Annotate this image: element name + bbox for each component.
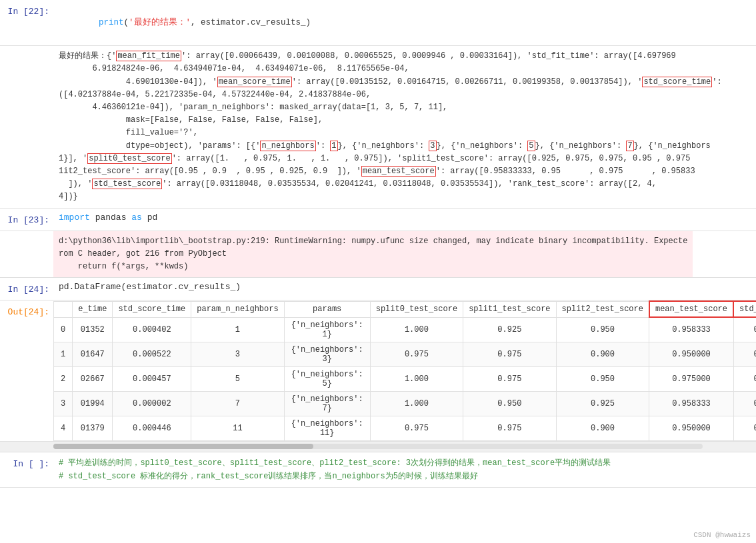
th-e-time: e_time (73, 301, 113, 317)
td-idx-0: 0 (54, 317, 73, 342)
th-std-score-time: std_score_time (113, 301, 191, 317)
out24-row: Out[24]: e_time std_score_time param_n_n… (0, 300, 756, 441)
dataframe-wrapper[interactable]: e_time std_score_time param_n_neighbors … (53, 300, 756, 441)
cell-22-label: In [22]: (0, 0, 53, 45)
code-pd-dataframe: pd.DataFrame(estimator.cv_results_) (59, 282, 241, 292)
td-params-2: {'n_neighbors':5} (284, 366, 370, 391)
td-stdtest-1: 0.035355 (733, 342, 756, 366)
td-stdtest-2: 0.020412 (733, 366, 756, 391)
code-text-23: import pandas as pd (59, 213, 751, 223)
td-mean-2: 0.975000 (649, 366, 733, 391)
td-split1-2: 0.975 (463, 366, 556, 391)
alias-pd: pd (147, 213, 158, 223)
th-std-test-score: std_test_score (733, 301, 756, 317)
td-param-4: 11 (191, 416, 284, 440)
table-row: 1 01647 0.000522 3 {'n_neighbors':3} 0.9… (54, 342, 757, 366)
warning-content: d:\python36\lib\importlib\_bootstrap.py:… (53, 231, 693, 278)
td-std-1: 0.000522 (113, 342, 191, 366)
td-std-3: 0.000002 (113, 391, 191, 416)
td-split0-0: 1.000 (370, 317, 463, 342)
td-param-3: 7 (191, 391, 284, 416)
td-idx-4: 4 (54, 416, 73, 440)
td-params-1: {'n_neighbors':3} (284, 342, 370, 366)
keyword-as: as (131, 213, 142, 223)
cell-24-code[interactable]: pd.DataFrame(estimator.cv_results_) (53, 278, 756, 300)
cell-23-input: In [23]: import pandas as pd (0, 209, 756, 231)
highlight-val-3: 3 (429, 141, 436, 151)
code-text-22: print('最好的结果：', estimator.cv_results_) (59, 4, 751, 41)
cell-23-warn-gutter (0, 231, 53, 278)
highlight-n-neighbors-1: n_neighbors (260, 141, 315, 151)
string-arg: '最好的结果：' (129, 18, 191, 27)
cell-23-label: In [23]: (0, 209, 53, 231)
td-etime-3: 01994 (73, 391, 113, 416)
table-row: 4 01379 0.000446 11 {'n_neighbors':11} 0… (54, 416, 757, 440)
td-split1-1: 0.975 (463, 342, 556, 366)
td-param-0: 1 (191, 317, 284, 342)
td-std-2: 0.000457 (113, 366, 191, 391)
keyword-import: import (59, 213, 90, 223)
td-etime-1: 01647 (73, 342, 113, 366)
df-scroll-wrapper[interactable]: e_time std_score_time param_n_neighbors … (53, 300, 756, 441)
highlight-val-1: 1 (330, 141, 337, 151)
scrollbar-thumb[interactable] (53, 444, 313, 449)
keyword-print: print (99, 18, 124, 27)
td-mean-1: 0.950000 (649, 342, 733, 366)
table-body: 0 01352 0.000402 1 {'n_neighbors':1} 1.0… (54, 317, 757, 440)
th-params: params (284, 301, 370, 317)
highlight-std-test-score: std_test_score (92, 179, 162, 189)
td-split2-0: 0.950 (556, 317, 649, 342)
highlight-mean-test-score: mean_test_score (361, 166, 436, 177)
comment-line2: # std_test_score 标准化的得分，rank_test_score训… (59, 470, 751, 483)
cell-25-input: In [ ]: # 平均差训练的时间，split0_test_score、spl… (0, 452, 756, 488)
highlight-split0-test-score: split0_test_score (87, 153, 171, 164)
td-split1-0: 0.925 (463, 317, 556, 342)
td-param-2: 5 (191, 366, 284, 391)
scrollbar-row[interactable] (0, 442, 756, 452)
cell-24-output: Out[24]: e_time std_score_time param_n_n… (0, 300, 756, 442)
scrollbar-track[interactable] (53, 444, 703, 449)
th-split0-test-score: split0_test_score (370, 301, 463, 317)
td-etime-2: 02667 (73, 366, 113, 391)
cell-22-code[interactable]: print('最好的结果：', estimator.cv_results_) (53, 0, 756, 45)
comment-line1: # 平均差训练的时间，split0_test_score、split1_test… (59, 456, 751, 470)
code-text-24: pd.DataFrame(estimator.cv_results_) (59, 282, 751, 292)
th-index (54, 301, 73, 317)
highlight-std-score-time: std_score_time (642, 77, 712, 87)
highlight-val-5: 5 (527, 141, 535, 151)
cell-out24-label: Out[24]: (0, 300, 53, 441)
td-split2-3: 0.925 (556, 391, 649, 416)
cell-25-comment[interactable]: # 平均差训练的时间，split0_test_score、split1_test… (53, 452, 756, 488)
highlight-val-7: 7 (626, 141, 633, 151)
cell-22-output: 最好的结果：{'mean_fit_time': array([0.0006643… (0, 46, 756, 208)
td-params-0: {'n_neighbors':1} (284, 317, 370, 342)
td-idx-2: 2 (54, 366, 73, 391)
td-split0-2: 1.000 (370, 366, 463, 391)
td-std-0: 0.000402 (113, 317, 191, 342)
td-mean-4: 0.950000 (649, 416, 733, 440)
th-split1-test-score: split1_test_score (463, 301, 556, 317)
highlight-mean-fit-time: mean_fit_time (116, 51, 181, 61)
td-split0-4: 0.975 (370, 416, 463, 440)
table-row: 2 02667 0.000457 5 {'n_neighbors':5} 1.0… (54, 366, 757, 391)
output-text-22: 最好的结果：{'mean_fit_time': array([0.0006643… (59, 50, 751, 203)
th-mean-test-score: mean_test_score (649, 301, 733, 317)
td-split0-1: 0.975 (370, 342, 463, 366)
td-mean-3: 0.958333 (649, 391, 733, 416)
cell-22-output-content: 最好的结果：{'mean_fit_time': array([0.0006643… (53, 46, 756, 207)
td-split1-4: 0.975 (463, 416, 556, 440)
cell-24-input: In [24]: pd.DataFrame(estimator.cv_resul… (0, 278, 756, 300)
td-idx-3: 3 (54, 391, 73, 416)
module-pandas: pandas (95, 213, 127, 223)
td-split1-3: 0.950 (463, 391, 556, 416)
dataframe-table: e_time std_score_time param_n_neighbors … (53, 300, 756, 441)
cell-23-warning: d:\python36\lib\importlib\_bootstrap.py:… (0, 231, 756, 278)
td-split2-2: 0.950 (556, 366, 649, 391)
cell-23-code[interactable]: import pandas as pd (53, 209, 756, 231)
td-params-3: {'n_neighbors':7} (284, 391, 370, 416)
var-estimator: estimator.cv_results_ (201, 18, 306, 27)
td-stdtest-4: 0.035355 (733, 416, 756, 440)
td-params-4: {'n_neighbors':11} (284, 416, 370, 440)
table-header-row: e_time std_score_time param_n_neighbors … (54, 301, 757, 317)
cell-25-label: In [ ]: (0, 452, 53, 488)
